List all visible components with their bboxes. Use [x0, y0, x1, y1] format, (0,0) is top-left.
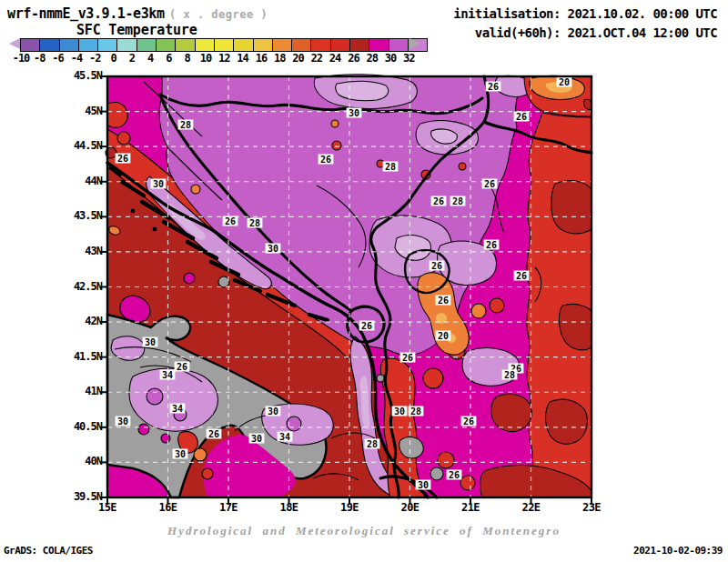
- colorbar-segment: [116, 39, 136, 51]
- latitude-label: 44.5N: [55, 139, 102, 152]
- colorbar-tick-label: 6: [166, 52, 171, 65]
- colorbar-tick-label: 4: [147, 52, 153, 65]
- timestamp: 2021-10-02-09:39: [633, 545, 723, 557]
- contour-label: 30: [153, 179, 164, 189]
- colorbar-tick-label: 24: [329, 52, 340, 65]
- colorbar-tick-label: 12: [218, 52, 229, 65]
- colorbar-tick-label: 0: [110, 52, 116, 65]
- colorbar-tick-label: -6: [52, 52, 63, 65]
- longitude-label: 18E: [262, 501, 317, 514]
- contour-label: 20: [438, 331, 449, 341]
- contour-label: 26: [320, 155, 331, 165]
- red-patch: [490, 298, 504, 313]
- latitude-label: 42N: [55, 315, 102, 327]
- red-patch: [117, 132, 130, 145]
- italy-red-spot: [202, 468, 213, 479]
- contour-label: 34: [279, 432, 290, 442]
- italy-orange-spot: [194, 448, 207, 461]
- latitude-label: 43.5N: [55, 209, 102, 222]
- contour-label: 26: [516, 112, 527, 122]
- colorbar-segment: [349, 39, 369, 51]
- contour-label: 26: [431, 261, 442, 271]
- contour-label: 30: [349, 108, 359, 118]
- colorbar-segment: [78, 39, 97, 51]
- colorbar-tick-label: 32: [403, 52, 414, 65]
- colorbar-tick-label: -2: [89, 52, 100, 65]
- colorbar-tick-label: -8: [34, 52, 45, 65]
- contour-label: 26: [117, 154, 128, 164]
- sea-blob: [184, 273, 195, 284]
- colorbar-segment: [175, 39, 194, 51]
- colorbar-segment: [310, 39, 329, 51]
- latitude-label: 45.5N: [55, 69, 102, 82]
- colorbar-tick-label: 2: [129, 52, 135, 65]
- contour-label: 28: [180, 120, 191, 130]
- colorbar-segment: [291, 39, 310, 51]
- contour-label: 26: [516, 271, 527, 281]
- colorbar-segment: [272, 39, 291, 51]
- colorbar-segment: [330, 39, 349, 51]
- colorbar-tick-label: 14: [237, 52, 248, 65]
- brick-patch: [491, 394, 532, 431]
- latitude-label: 44N: [55, 175, 102, 187]
- longitude-label: 19E: [322, 501, 377, 514]
- colorbar-segment: [59, 39, 78, 51]
- island: [153, 227, 157, 232]
- longitude-label: 23E: [564, 501, 619, 514]
- contour-label: 30: [394, 406, 405, 416]
- model-units: ( x . degree ): [169, 8, 268, 21]
- colorbar-tick-label: 8: [185, 52, 190, 65]
- model-title: wrf-nmmE_v3.9.1-e3km: [7, 5, 165, 22]
- gray-spot: [377, 375, 384, 382]
- longitude-label: 15E: [80, 501, 135, 514]
- contour-label: 30: [175, 449, 186, 459]
- brick-patch: [551, 181, 592, 234]
- contour-label: 28: [385, 162, 396, 172]
- run-info: initialisation: 2021.10.02. 00:00 UTC va…: [453, 5, 717, 43]
- latitude-label: 40.5N: [55, 420, 102, 433]
- gray-spot: [218, 276, 229, 287]
- colorbar-tick-label: 22: [311, 52, 322, 65]
- italy-magenta-spot: [138, 424, 149, 435]
- weather-map-page: wrf-nmmE_v3.9.1-e3km ( x . degree ) SFC …: [0, 0, 728, 562]
- orange-dot: [331, 120, 339, 127]
- valid-line: valid(+60h): 2021.OCT.04 12:00 UTC: [453, 24, 717, 43]
- colorbar-tick-label: -4: [71, 52, 82, 65]
- contour-label: 28: [504, 370, 515, 380]
- gray-spot: [430, 467, 443, 480]
- colorbar-segment: [253, 39, 272, 51]
- contour-label: 26: [463, 416, 474, 427]
- grads-credit: GrADS: COLA/IGES: [4, 545, 93, 557]
- contour-label: 28: [367, 439, 378, 449]
- colorbar-segment: [21, 39, 39, 51]
- contour-label: 28: [249, 218, 260, 228]
- contour-label: 20: [559, 77, 570, 87]
- latitude-label: 45N: [55, 105, 102, 117]
- contour-label: 30: [268, 406, 278, 416]
- colorbar-segment: [195, 39, 214, 51]
- italy-magenta-spot: [161, 434, 170, 443]
- colorbar-right-arrow: [410, 38, 420, 49]
- colorbar-tick-label: 16: [256, 52, 267, 65]
- contour-label: 26: [484, 179, 495, 189]
- contour-label: 26: [488, 82, 499, 92]
- contour-label: 26: [486, 240, 497, 250]
- contour-label: 26: [225, 216, 236, 226]
- contour-label: 26: [402, 353, 413, 363]
- colorbar-tick-label: -10: [13, 52, 30, 65]
- italy-orchid-spot: [147, 388, 163, 405]
- colorbar-tick-label: 10: [200, 52, 211, 65]
- red-patch: [423, 368, 443, 388]
- island: [131, 209, 136, 214]
- colorbar-tick-label: 26: [348, 52, 359, 65]
- contour-label: 26: [208, 429, 219, 439]
- contour-label: 28: [410, 406, 421, 416]
- contour-label: 26: [449, 470, 460, 480]
- latitude-label: 42.5N: [55, 280, 102, 293]
- contour-label: 26: [177, 362, 187, 372]
- longitude-label: 21E: [443, 501, 498, 514]
- contour-label: 30: [145, 337, 156, 347]
- colorbar-tick-label: 30: [385, 52, 396, 65]
- contour-label: 28: [452, 196, 463, 206]
- colorbar-tick-label: 20: [292, 52, 303, 65]
